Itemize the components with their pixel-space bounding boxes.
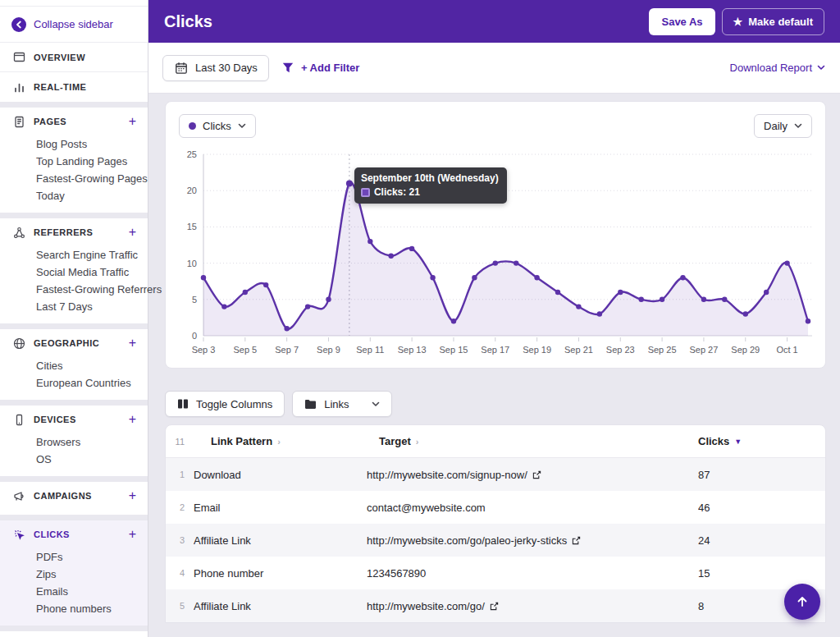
sidebar-item-os[interactable]: OS: [0, 451, 148, 468]
svg-text:Sep 13: Sep 13: [398, 345, 427, 355]
sidebar-item-european-countries[interactable]: European Countries: [0, 374, 148, 392]
svg-text:15: 15: [187, 222, 197, 231]
svg-text:Sep 17: Sep 17: [481, 345, 509, 355]
sort-idle-icon: ›: [416, 437, 419, 447]
sidebar-item-last-7-days[interactable]: Last 7 Days: [0, 298, 148, 315]
sidebar-section-label: REFERRERS: [34, 227, 121, 237]
add-referrers-report-button[interactable]: +: [129, 226, 136, 239]
sidebar-item-fastest-growing-pages[interactable]: Fastest-Growing Pages: [0, 170, 148, 187]
download-report-label: Download Report: [730, 62, 812, 74]
table-header-row: 11 Link Pattern› Target› Clicks▼: [166, 425, 825, 458]
link-pattern-cell: Affiliate Link: [194, 534, 367, 547]
sidebar-item-fastest-growing-referrers[interactable]: Fastest-Growing Referrers: [0, 281, 148, 298]
sort-desc-icon: ▼: [734, 438, 742, 446]
chevron-down-icon: [794, 123, 802, 129]
sidebar-item-social-media-traffic[interactable]: Social Media Traffic: [0, 264, 148, 281]
sidebar-top-spacer: [0, 0, 148, 7]
column-header-target[interactable]: Target›: [367, 435, 698, 447]
sidebar-item-top-landing-pages[interactable]: Top Landing Pages: [0, 153, 148, 170]
svg-text:Sep 27: Sep 27: [689, 345, 718, 355]
sidebar-item-search-engine-traffic[interactable]: Search Engine Traffic: [0, 246, 148, 264]
collapse-sidebar-label: Collapse sidebar: [34, 18, 113, 30]
column-header-clicks[interactable]: Clicks▼: [698, 435, 825, 447]
columns-icon: [177, 398, 189, 410]
sidebar-section-header-campaigns[interactable]: CAMPAIGNS+: [0, 482, 148, 510]
external-link-icon[interactable]: [490, 602, 499, 611]
sidebar-section-header-geographic[interactable]: GEOGRAPHIC+: [0, 329, 148, 357]
sidebar-item-today[interactable]: Today: [0, 187, 148, 204]
link-pattern-cell: Affiliate Link: [194, 600, 367, 612]
sidebar-section-header-referrers[interactable]: REFERRERS+: [0, 218, 148, 246]
sidebar-item-overview[interactable]: OVERVIEW: [0, 43, 148, 72]
column-header-link-pattern[interactable]: Link Pattern›: [194, 435, 367, 447]
sidebar-section-referrers: REFERRERS+Search Engine TrafficSocial Me…: [0, 218, 148, 323]
metric-dropdown[interactable]: Clicks: [179, 114, 256, 138]
svg-text:Sep 25: Sep 25: [648, 345, 677, 355]
sidebar-section-geographic: GEOGRAPHIC+CitiesEuropean Countries: [0, 329, 148, 400]
add-devices-report-button[interactable]: +: [129, 413, 136, 426]
sidebar-item-blog-posts[interactable]: Blog Posts: [0, 135, 148, 153]
sidebar-item-emails[interactable]: Emails: [0, 583, 148, 600]
sidebar-item-real-time[interactable]: REAL-TIME: [0, 72, 148, 102]
add-clicks-report-button[interactable]: +: [129, 528, 136, 541]
clicks-cell: 46: [698, 502, 825, 514]
svg-text:Sep 9: Sep 9: [317, 345, 340, 355]
sidebar-item-browsers[interactable]: Browsers: [0, 433, 148, 451]
overview-icon: [11, 51, 26, 64]
add-pages-report-button[interactable]: +: [129, 115, 136, 128]
line-chart[interactable]: 0510152025Sep 3Sep 5Sep 7Sep 9Sep 11Sep …: [179, 148, 812, 360]
sidebar-item-label: REAL-TIME: [34, 82, 86, 92]
toggle-columns-button[interactable]: Toggle Columns: [165, 391, 285, 417]
external-link-icon[interactable]: [572, 536, 581, 545]
sidebar-section-label: DEVICES: [34, 415, 121, 424]
content-area: Clicks Daily 0510152025Sep 3Sep 5Sep 7Se…: [148, 94, 840, 637]
scroll-to-top-button[interactable]: [784, 584, 820, 620]
download-report-button[interactable]: Download Report: [730, 62, 825, 74]
campaigns-icon: [11, 489, 26, 502]
table-body: 1Downloadhttp://mywebsite.com/signup-now…: [166, 458, 825, 622]
funnel-icon: [281, 62, 295, 75]
sidebar-section-pages: PAGES+Blog PostsTop Landing PagesFastest…: [0, 108, 148, 213]
sidebar-section-header-clicks[interactable]: CLICKS+: [0, 520, 148, 548]
interval-label: Daily: [764, 120, 788, 132]
links-dropdown[interactable]: Links: [292, 391, 392, 417]
table-row[interactable]: 4Phone number123456789015: [166, 557, 825, 589]
add-filter-label: + Add Filter: [301, 62, 359, 74]
date-range-button[interactable]: Last 30 Days: [162, 55, 269, 81]
row-number: 3: [166, 535, 194, 545]
svg-text:25: 25: [187, 149, 197, 159]
sidebar-section-header-devices[interactable]: DEVICES+: [0, 406, 148, 433]
table-row[interactable]: 2Emailcontact@mywebsite.com46: [166, 491, 825, 524]
collapse-icon: [11, 18, 26, 31]
devices-icon: [11, 413, 26, 426]
sidebar-section-header-pages[interactable]: PAGES+: [0, 108, 148, 135]
svg-text:Sep 15: Sep 15: [440, 345, 468, 355]
interval-dropdown[interactable]: Daily: [754, 114, 812, 138]
svg-text:Oct 1: Oct 1: [776, 345, 797, 355]
make-default-button[interactable]: ★ Make default: [722, 8, 824, 35]
sidebar-item-zips[interactable]: Zips: [0, 566, 148, 583]
link-pattern-cell: Email: [194, 502, 367, 514]
table-row[interactable]: 5Affiliate Linkhttp://mywebsite.com/go/8: [166, 589, 825, 622]
target-cell: http://mywebsite.com/go/: [367, 600, 698, 612]
sidebar-section-label: CAMPAIGNS: [34, 491, 121, 501]
table-row[interactable]: 1Downloadhttp://mywebsite.com/signup-now…: [166, 458, 825, 491]
external-link-icon[interactable]: [532, 470, 541, 479]
row-count: 11: [166, 437, 194, 447]
add-geographic-report-button[interactable]: +: [129, 337, 136, 350]
folder-icon: [304, 399, 317, 410]
sidebar-item-phone-numbers[interactable]: Phone numbers: [0, 600, 148, 617]
add-filter-button[interactable]: + Add Filter: [281, 62, 359, 75]
save-as-button[interactable]: Save As: [649, 8, 714, 35]
table-row[interactable]: 3Affiliate Linkhttp://mywebsite.com/go/p…: [166, 524, 825, 557]
sidebar-section-clicks: CLICKS+PDFsZipsEmailsPhone numbers: [0, 520, 148, 626]
row-number: 5: [166, 601, 194, 611]
collapse-sidebar-button[interactable]: Collapse sidebar: [0, 7, 148, 43]
sidebar-item-pdfs[interactable]: PDFs: [0, 548, 148, 566]
metric-label: Clicks: [203, 120, 231, 132]
star-icon: ★: [733, 16, 743, 27]
sidebar-item-cities[interactable]: Cities: [0, 357, 148, 374]
app-root: Collapse sidebar OVERVIEWREAL-TIME PAGES…: [0, 0, 840, 637]
clicks-cell: 87: [698, 469, 825, 481]
add-campaigns-report-button[interactable]: +: [129, 489, 136, 502]
